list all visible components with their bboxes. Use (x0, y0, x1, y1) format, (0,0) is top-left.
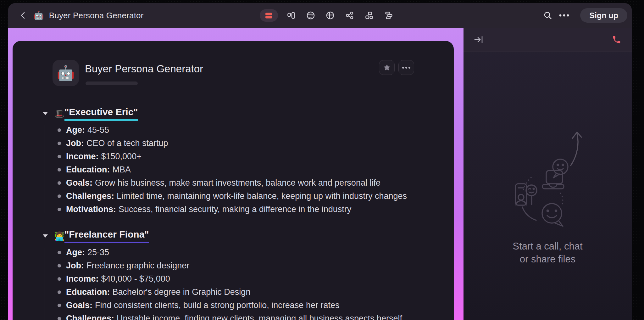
list-item: Education:Bachelor's degree in Graphic D… (42, 285, 432, 299)
top-hat-emoji: 🎩 (54, 110, 65, 118)
chart-view-icon[interactable] (324, 9, 336, 22)
section-title: "Executive Eric" (64, 107, 138, 121)
more-options-button[interactable] (558, 10, 570, 21)
app-window: 🤖 Buyer Persona Generator (8, 3, 632, 320)
list-item: Income:$40,000 - $75,000 (42, 272, 432, 285)
sidebar-empty-state: Start a call, chat or share files (464, 52, 632, 320)
search-icon (543, 11, 552, 20)
call-chat-illustration (496, 124, 600, 231)
list-item: Job:CEO of a tech startup (42, 137, 432, 150)
bullet-icon (58, 317, 61, 320)
robot-emoji: 🤖 (57, 65, 75, 81)
bullet-icon (58, 181, 61, 185)
keypad-circle-icon (306, 11, 315, 20)
bullet-icon (58, 168, 61, 171)
bot-avatar: 🤖 (53, 60, 79, 86)
bullet-icon (58, 155, 61, 158)
list-item: Motivations:Success, financial security,… (42, 203, 432, 216)
robot-emoji: 🤖 (33, 11, 44, 20)
list-item: Income:$150,000+ (42, 150, 432, 163)
document-title: Buyer Persona Generator (85, 63, 203, 75)
bullet-icon (58, 290, 61, 294)
empty-state-text: Start a call, chat or share files (513, 240, 582, 266)
bullet-icon (58, 251, 61, 254)
card-more-button[interactable] (398, 60, 414, 75)
search-button[interactable] (542, 10, 553, 21)
ellipsis-icon (559, 14, 569, 17)
subtitle-placeholder (86, 81, 138, 85)
collapse-sidebar-button[interactable] (472, 33, 486, 47)
bullet-icon (58, 208, 61, 211)
list-item: Goals:Find consistent clients, build a s… (42, 299, 432, 312)
share-view-icon[interactable] (343, 9, 356, 22)
sidebar-header (464, 28, 632, 52)
empty-state-line2: or share files (513, 253, 582, 266)
app-title: Buyer Persona Generator (49, 11, 144, 20)
top-bar: 🤖 Buyer Persona Generator (8, 3, 632, 28)
empty-state-line1: Start a call, chat (513, 240, 582, 253)
collapse-right-icon (474, 35, 484, 44)
chevron-left-icon (19, 11, 26, 20)
section-items-fiona: Age:25-35 Job:Freelance graphic designer… (42, 246, 432, 320)
stack-view-icon[interactable] (382, 9, 395, 22)
collapse-toggle[interactable] (42, 233, 48, 239)
list-item: Goals:Grow his business, make smart inve… (42, 176, 432, 189)
view-toolbar (260, 3, 395, 28)
triangle-down-icon (43, 112, 48, 115)
cards-view-icon[interactable] (260, 9, 278, 22)
panels-view-icon[interactable] (285, 9, 297, 22)
list-item: Age:45-55 (42, 123, 432, 137)
phone-icon (612, 35, 621, 44)
shapes-view-icon[interactable] (363, 9, 375, 22)
back-button[interactable] (18, 10, 28, 21)
bullet-icon (58, 277, 61, 281)
call-sidebar: Start a call, chat or share files (464, 28, 632, 320)
collapse-toggle[interactable] (42, 111, 48, 116)
phone-call-button[interactable] (610, 33, 624, 47)
list-item: Age:25-35 (42, 246, 432, 259)
bullet-icon (58, 264, 61, 267)
favorite-button[interactable] (379, 60, 395, 75)
section-heading-fiona: 👩‍💻 "Freelancer Fiona" (42, 230, 432, 243)
chart-circle-icon (325, 11, 335, 20)
list-item: Challenges:Limited time, maintaining wor… (42, 189, 432, 203)
persona-document: 🎩 "Executive Eric" Age:45-55 Job:CEO of … (42, 108, 432, 320)
bullet-icon (58, 194, 61, 198)
ellipsis-icon (402, 67, 404, 69)
list-item: Challenges:Unstable income, finding new … (42, 312, 432, 320)
share-icon (345, 11, 354, 20)
stack-icon (384, 11, 393, 20)
keypad-view-icon[interactable] (304, 9, 317, 22)
list-item: Job:Freelance graphic designer (42, 259, 432, 272)
list-item: Education:MBA (42, 163, 432, 176)
star-icon (383, 64, 391, 72)
section-items-eric: Age:45-55 Job:CEO of a tech startup Inco… (42, 123, 432, 216)
section-heading-eric: 🎩 "Executive Eric" (42, 108, 432, 121)
bullet-icon (58, 128, 61, 132)
panels-icon (286, 11, 296, 20)
main-area: 🤖 Buyer Persona Generator (8, 28, 464, 320)
shapes-icon (364, 11, 374, 20)
bullet-icon (58, 304, 61, 307)
technologist-emoji: 👩‍💻 (54, 232, 65, 241)
triangle-down-icon (43, 234, 48, 238)
topbar-divider (575, 11, 575, 20)
cards-icon (264, 11, 274, 20)
sign-up-button[interactable]: Sign up (580, 8, 627, 23)
section-title: "Freelancer Fiona" (64, 229, 149, 243)
bullet-icon (58, 142, 61, 145)
document-card: 🤖 Buyer Persona Generator (13, 41, 454, 320)
